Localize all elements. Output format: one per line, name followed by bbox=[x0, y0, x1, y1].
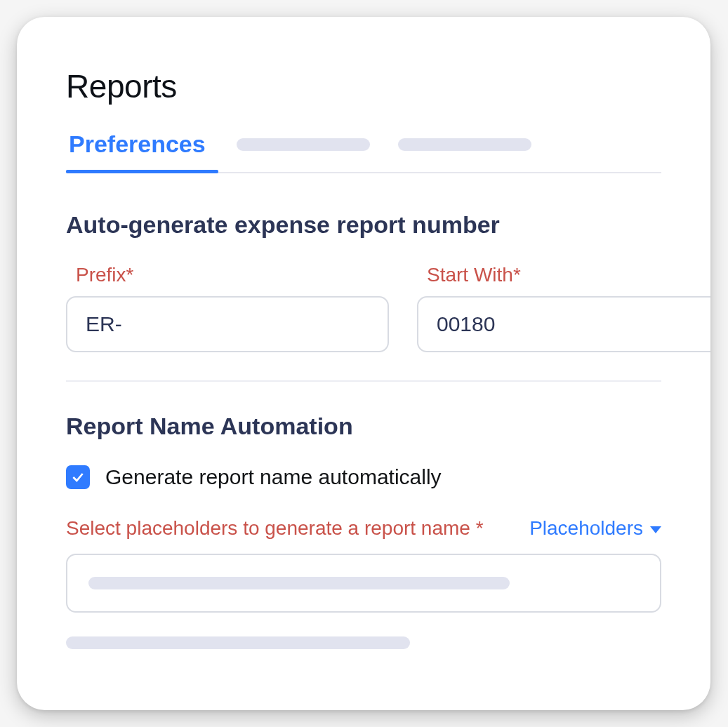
placeholders-dropdown-trigger[interactable]: Placeholders bbox=[529, 517, 661, 540]
input-start-with[interactable] bbox=[417, 296, 710, 352]
placeholders-row: Select placeholders to generate a report… bbox=[66, 517, 661, 540]
tab-placeholder-1 bbox=[237, 138, 370, 151]
checkbox-generate-name[interactable] bbox=[66, 465, 90, 489]
input-placeholder-skeleton bbox=[88, 577, 510, 589]
tab-placeholder-2 bbox=[398, 138, 531, 151]
check-icon bbox=[71, 470, 85, 484]
generate-name-row: Generate report name automatically bbox=[66, 465, 661, 489]
tab-bar: Preferences bbox=[66, 131, 661, 173]
divider bbox=[66, 380, 661, 382]
field-prefix: Prefix* bbox=[66, 264, 389, 352]
placeholders-link-text: Placeholders bbox=[529, 517, 643, 540]
section-heading-autogen: Auto-generate expense report number bbox=[66, 211, 661, 239]
page-title: Reports bbox=[66, 67, 661, 105]
label-prefix: Prefix* bbox=[66, 264, 389, 286]
hint-skeleton bbox=[66, 636, 410, 649]
label-select-placeholders: Select placeholders to generate a report… bbox=[66, 517, 484, 540]
tab-preferences[interactable]: Preferences bbox=[66, 131, 209, 172]
field-start-with: Start With* bbox=[417, 264, 710, 352]
label-generate-name: Generate report name automatically bbox=[105, 465, 442, 489]
chevron-down-icon bbox=[650, 526, 661, 533]
input-report-name-template[interactable] bbox=[66, 554, 661, 613]
reports-preferences-card: Reports Preferences Auto-generate expens… bbox=[17, 17, 710, 710]
section-heading-name-automation: Report Name Automation bbox=[66, 413, 661, 440]
autogen-field-row: Prefix* Start With* bbox=[66, 264, 661, 352]
input-prefix[interactable] bbox=[66, 296, 389, 352]
label-start-with: Start With* bbox=[417, 264, 710, 286]
